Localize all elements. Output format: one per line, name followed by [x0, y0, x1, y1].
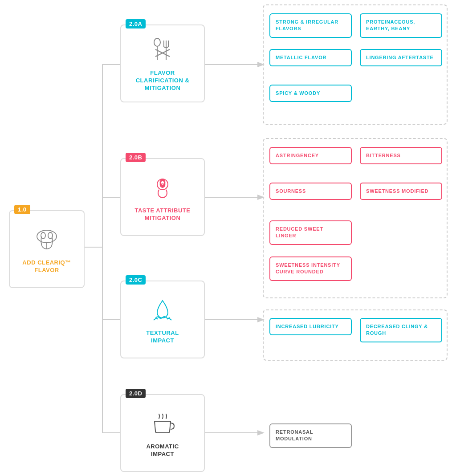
main-node: 1.0 ADD CLEARIQ™FLAVOR — [9, 210, 85, 288]
outcome-r2b: BITTERNESS — [360, 147, 442, 164]
outcome-r1c: METALLIC FLAVOR — [269, 49, 352, 66]
label-2c: TEXTURALIMPACT — [146, 330, 179, 345]
icon-2c — [147, 295, 178, 326]
node-2b: 2.0B TASTE ATTRIBUTEMITIGATION — [120, 158, 205, 236]
main-icon — [31, 224, 62, 256]
outcome-r4a: RETRONASAL MODULATION — [269, 423, 352, 448]
icon-2b — [147, 172, 178, 203]
diagram-container: 1.0 ADD CLEARIQ™FLAVOR 2.0A — [0, 0, 452, 476]
main-label: ADD CLEARIQ™FLAVOR — [22, 259, 71, 274]
badge-2c: 2.0C — [126, 275, 146, 285]
node-2c: 2.0C TEXTURALIMPACT — [120, 281, 205, 358]
badge-2a: 2.0A — [126, 19, 146, 28]
outcome-r2e: REDUCED SWEET LINGER — [269, 220, 352, 245]
badge-2d: 2.0D — [126, 389, 146, 398]
outcome-r1b: PROTEINACEOUS, EARTHY, BEANY — [360, 13, 442, 38]
badge-2b: 2.0B — [126, 153, 146, 162]
svg-point-5 — [41, 232, 45, 239]
label-2a: FLAVORCLARIFICATION &MITIGATION — [136, 69, 190, 92]
outcome-r3b: DECREASED CLINGY & ROUGH — [360, 318, 442, 342]
svg-point-6 — [48, 232, 53, 239]
outcome-r2f: SWEETNESS INTENSITY CURVE ROUNDED — [269, 256, 352, 281]
node-2a: 2.0A FLAVORCLARIFICATION &MITIGATION — [120, 24, 205, 102]
outcome-r2c: SOURNESS — [269, 183, 352, 200]
node-2d: 2.0D AROMATICIMPACT — [120, 394, 205, 472]
outcome-r2a: ASTRINGENCEY — [269, 147, 352, 164]
label-2b: TASTE ATTRIBUTEMITIGATION — [135, 207, 191, 222]
main-badge: 1.0 — [14, 205, 30, 214]
outcome-r3a: INCREASED LUBRICITY — [269, 318, 352, 335]
icon-2a — [147, 35, 178, 66]
outcome-r1e: SPICY & WOODY — [269, 85, 352, 102]
svg-point-8 — [154, 38, 160, 46]
outcome-r2d: SWEETNESS MODIFIED — [360, 183, 442, 200]
outcome-r1d: LINGERING AFTERTASTE — [360, 49, 442, 66]
icon-2d — [147, 408, 178, 439]
outcome-r1a: STRONG & IRREGULAR FLAVORS — [269, 13, 352, 38]
svg-point-4 — [37, 230, 57, 243]
label-2d: AROMATICIMPACT — [146, 443, 179, 458]
